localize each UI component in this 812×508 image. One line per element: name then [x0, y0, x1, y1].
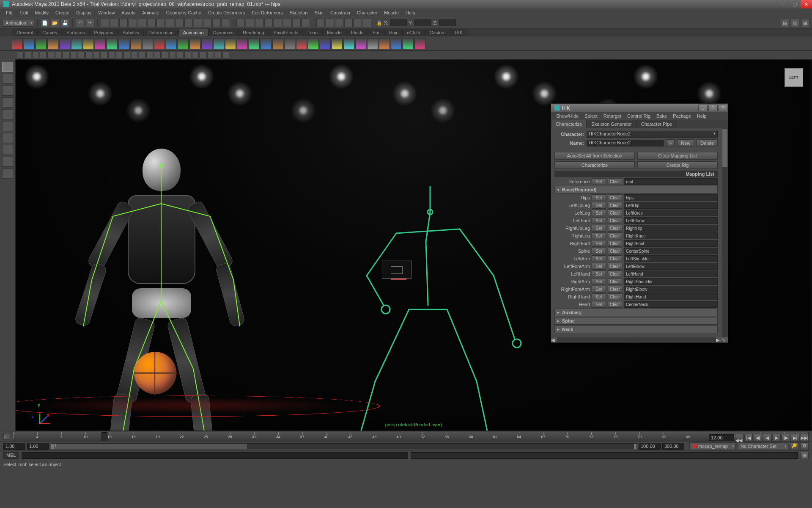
panel-tool-icon-24[interactable]	[200, 52, 206, 58]
select-tool-icon[interactable]	[2, 62, 13, 72]
render-icon-5[interactable]	[363, 19, 371, 27]
hik-go-button[interactable]: >	[666, 139, 675, 147]
paint-select-tool-icon[interactable]	[2, 86, 13, 96]
panel-tool-icon-4[interactable]	[47, 52, 54, 58]
shelf-tab-curves[interactable]: Curves	[38, 29, 62, 36]
menu-constrain[interactable]: Constrain	[327, 10, 354, 15]
panel-tool-icon-17[interactable]	[146, 52, 153, 58]
tool-settings-icon[interactable]: ▥	[791, 19, 799, 27]
hik-menu-retarget[interactable]: Retarget	[601, 113, 624, 119]
panel-tool-icon-26[interactable]	[215, 52, 222, 58]
shelf-button-10[interactable]	[130, 38, 141, 49]
shelf-button-34[interactable]	[414, 38, 425, 49]
shelf-tab-subdivs[interactable]: Subdivs	[118, 29, 144, 36]
snap-icon-7[interactable]	[302, 19, 310, 27]
hik-map-value[interactable]: LeftHand	[624, 271, 718, 277]
selection-mask-icon-2[interactable]	[119, 19, 128, 27]
hik-base-section[interactable]: Base(Required)	[554, 186, 718, 193]
panel-tool-icon-8[interactable]	[78, 52, 85, 58]
hik-autoset-button[interactable]: Auto-Set All from Selection	[554, 152, 635, 160]
hik-map-value[interactable]: LeftKnee	[624, 210, 718, 216]
hik-map-value[interactable]: RightKnee	[624, 232, 718, 239]
hik-delete-button[interactable]: Delete	[697, 139, 718, 147]
step-back-key-icon[interactable]: ◀|	[754, 434, 762, 442]
hik-map-clear-button[interactable]: Clear	[608, 194, 622, 201]
hik-map-set-button[interactable]: Set	[592, 286, 606, 293]
render-icon-0[interactable]	[316, 19, 325, 27]
menu-file[interactable]: File	[3, 10, 17, 15]
panel-tool-icon-11[interactable]	[101, 52, 107, 58]
panel-tool-icon-25[interactable]	[207, 52, 214, 58]
z-field[interactable]	[439, 19, 456, 26]
hik-map-set-button[interactable]: Set	[592, 240, 606, 247]
hik-map-value[interactable]: LeftElbow	[624, 263, 718, 270]
minimize-button[interactable]: —	[776, 0, 788, 8]
hik-section-spine[interactable]: Spine	[554, 317, 718, 325]
menu-assets[interactable]: Assets	[118, 10, 139, 15]
snap-icon-1[interactable]	[246, 19, 254, 27]
menu-edit-deformers[interactable]: Edit Deformers	[248, 10, 286, 15]
hik-map-value[interactable]: hips	[624, 194, 718, 201]
hik-tab-character-pipe[interactable]: Character Pipe	[636, 120, 677, 128]
render-icon-2[interactable]	[335, 19, 343, 27]
module-dropdown[interactable]: Animation	[3, 19, 34, 27]
hik-map-clear-button[interactable]: Clear	[608, 240, 622, 247]
snap-icon-4[interactable]	[274, 19, 282, 27]
show-manip-tool-icon[interactable]	[2, 157, 13, 167]
prefs-icon[interactable]: ⚙	[800, 442, 809, 450]
menu-create[interactable]: Create	[52, 10, 73, 15]
shelf-button-5[interactable]	[71, 38, 82, 49]
hik-map-value[interactable]: RightShoulder	[624, 278, 718, 285]
hik-window[interactable]: HIK _ □ ✕ Show/HideSelectRetargetControl…	[551, 103, 728, 343]
menu-modify[interactable]: Modify	[32, 10, 52, 15]
selection-mask-icon-11[interactable]	[203, 19, 211, 27]
hik-map-set-button[interactable]: Set	[592, 271, 606, 277]
hik-horizontal-scrollbar[interactable]: ◀ ▶⤡	[551, 337, 728, 342]
render-icon-3[interactable]	[344, 19, 353, 27]
render-icon-4[interactable]	[354, 19, 362, 27]
hik-scrollbar[interactable]	[722, 128, 728, 337]
shelf-tab-deformation[interactable]: Deformation	[144, 29, 178, 36]
script-editor-icon[interactable]: ▤	[800, 452, 809, 459]
channel-box-icon[interactable]: ▦	[801, 19, 809, 27]
hik-map-set-button[interactable]: Set	[592, 293, 606, 300]
hik-map-set-button[interactable]: Set	[592, 202, 606, 209]
command-input[interactable]	[22, 452, 409, 459]
hik-map-clear-button[interactable]: Clear	[608, 232, 622, 239]
shelf-tab-surfaces[interactable]: Surfaces	[62, 29, 89, 36]
shelf-tab-dynamics[interactable]: Dynamics	[208, 29, 238, 36]
shelf-button-26[interactable]	[320, 38, 331, 49]
anim-layer-dropdown[interactable]: mocap_remap	[689, 442, 736, 450]
hik-map-clear-button[interactable]: Clear	[608, 293, 622, 300]
render-icon-1[interactable]	[326, 19, 334, 27]
hik-reference-value[interactable]: root	[624, 178, 718, 185]
hik-map-set-button[interactable]: Set	[592, 255, 606, 262]
menu-geometry-cache[interactable]: Geometry Cache	[163, 10, 205, 15]
selection-mask-icon-13[interactable]	[222, 19, 230, 27]
shelf-button-22[interactable]	[272, 38, 283, 49]
snap-icon-0[interactable]	[236, 19, 245, 27]
shelf-button-15[interactable]	[189, 38, 200, 49]
shelf-tab-hair[interactable]: Hair	[384, 29, 402, 36]
hik-map-set-button[interactable]: Set	[592, 248, 606, 254]
hik-map-set-button[interactable]: Set	[592, 263, 606, 270]
shelf-button-6[interactable]	[83, 38, 94, 49]
play-forward-icon[interactable]: ▶	[772, 434, 781, 442]
panel-tool-icon-5[interactable]	[55, 52, 62, 58]
shelf-tab-painteffects[interactable]: PaintEffects	[269, 29, 303, 36]
panel-tool-icon-7[interactable]	[70, 52, 77, 58]
hik-characterize-button[interactable]: Characterize	[554, 161, 635, 169]
hik-clearmapping-button[interactable]: Clear Mapping List	[637, 152, 718, 160]
shelf-tab-ncloth[interactable]: nCloth	[402, 29, 425, 36]
panel-tool-icon-6[interactable]	[63, 52, 69, 58]
hik-map-clear-button[interactable]: Clear	[608, 271, 622, 277]
snap-icon-6[interactable]	[292, 19, 301, 27]
rotate-tool-icon[interactable]	[2, 109, 13, 119]
redo-icon[interactable]: ↷	[86, 19, 94, 27]
menu-muscle[interactable]: Muscle	[381, 10, 402, 15]
hik-createrig-button[interactable]: Create Rig	[637, 161, 718, 169]
anim-start-field[interactable]	[3, 443, 25, 450]
shelf-button-18[interactable]	[225, 38, 236, 49]
hik-menu-select[interactable]: Select	[582, 113, 600, 119]
panel-tool-icon-14[interactable]	[123, 52, 130, 58]
